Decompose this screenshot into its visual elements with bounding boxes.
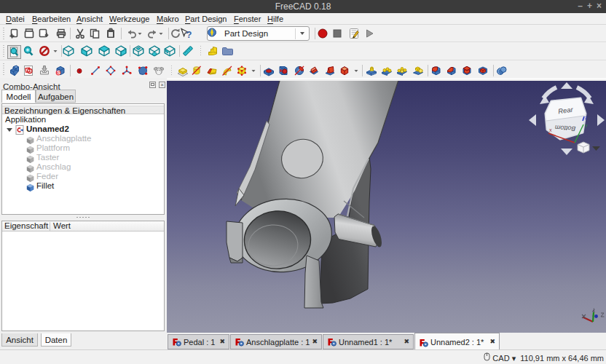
svg-text:X: X xyxy=(549,128,552,132)
svg-text:?: ? xyxy=(186,29,192,40)
svg-text:Bottom: Bottom xyxy=(554,124,576,132)
svg-text:Z: Z xyxy=(585,116,588,120)
svg-text:S: S xyxy=(57,70,60,75)
svg-text:Y: Y xyxy=(585,124,588,128)
